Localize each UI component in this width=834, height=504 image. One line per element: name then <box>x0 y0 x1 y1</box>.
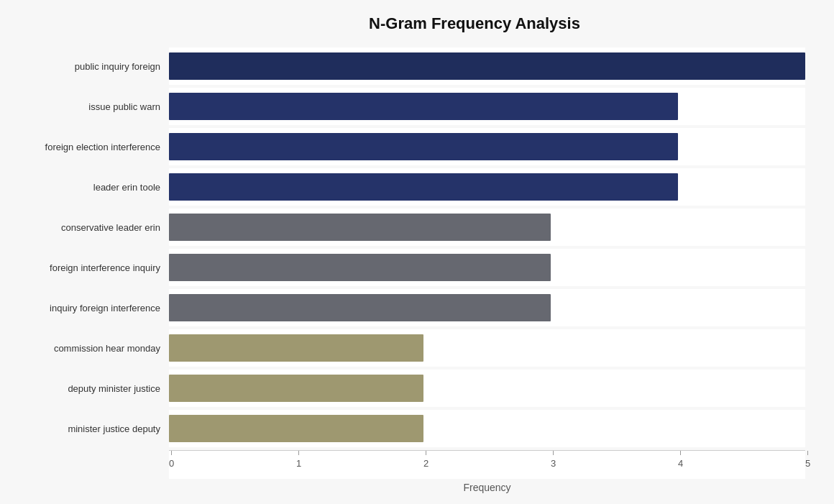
bar-label: minister justice deputy <box>14 423 169 434</box>
x-tick: 4 <box>678 451 683 469</box>
bar <box>169 52 805 80</box>
x-tick: 5 <box>805 451 810 469</box>
bar <box>169 334 423 362</box>
bar-wrapper <box>169 329 805 367</box>
bar-wrapper <box>169 128 805 165</box>
bar-wrapper <box>169 370 805 407</box>
bar-wrapper <box>169 410 805 447</box>
x-tick-line <box>426 451 426 455</box>
bar <box>169 133 678 160</box>
x-tick-label: 1 <box>296 458 301 469</box>
bar-wrapper <box>169 47 805 85</box>
x-tick-line <box>298 451 299 455</box>
bar-label: leader erin toole <box>14 182 169 193</box>
chart-title: N-Gram Frequency Analysis <box>14 14 805 33</box>
x-tick-label: 4 <box>678 458 683 469</box>
bar <box>169 173 678 201</box>
x-tick-line <box>171 451 172 455</box>
bar-row: foreign election interference <box>14 128 805 165</box>
bar-row: deputy minister justice <box>14 370 805 407</box>
bar <box>169 415 423 442</box>
bar <box>169 375 423 402</box>
chart-area: public inquiry foreignissue public warnf… <box>14 47 805 450</box>
x-axis-label: Frequency <box>169 482 805 493</box>
bar-wrapper <box>169 168 805 206</box>
x-axis-area: 012345 <box>169 450 805 479</box>
x-tick-label: 0 <box>169 458 174 469</box>
bar-label: foreign election interference <box>14 142 169 152</box>
x-tick: 3 <box>551 451 556 469</box>
bar-row: conservative leader erin <box>14 209 805 246</box>
x-tick-line <box>807 451 808 455</box>
bar-label: commission hear monday <box>14 343 169 354</box>
bar-wrapper <box>169 88 805 125</box>
chart-container: N-Gram Frequency Analysis public inquiry… <box>0 0 834 504</box>
x-tick-label: 5 <box>805 458 810 469</box>
bar-row: public inquiry foreign <box>14 47 805 85</box>
bar <box>169 214 551 241</box>
bar <box>169 254 551 281</box>
bar-label: foreign interference inquiry <box>14 262 169 273</box>
bar-row: minister justice deputy <box>14 410 805 447</box>
bar-label: issue public warn <box>14 101 169 112</box>
x-tick-line <box>680 451 681 455</box>
x-tick: 0 <box>169 451 174 469</box>
bar-wrapper <box>169 289 805 326</box>
x-tick-line <box>553 451 554 455</box>
bar-label: conservative leader erin <box>14 222 169 233</box>
bar <box>169 93 678 120</box>
x-tick: 2 <box>423 451 429 469</box>
bar-label: inquiry foreign interference <box>14 303 169 313</box>
bar-row: leader erin toole <box>14 168 805 206</box>
bar-label: deputy minister justice <box>14 383 169 394</box>
bar-wrapper <box>169 209 805 246</box>
x-tick: 1 <box>296 451 301 469</box>
bar-row: commission hear monday <box>14 329 805 367</box>
bar-row: inquiry foreign interference <box>14 289 805 326</box>
bar-wrapper <box>169 249 805 286</box>
bar-row: issue public warn <box>14 88 805 125</box>
bar-row: foreign interference inquiry <box>14 249 805 286</box>
x-tick-label: 2 <box>423 458 429 469</box>
bar <box>169 294 551 321</box>
x-tick-label: 3 <box>551 458 556 469</box>
bar-label: public inquiry foreign <box>14 61 169 72</box>
